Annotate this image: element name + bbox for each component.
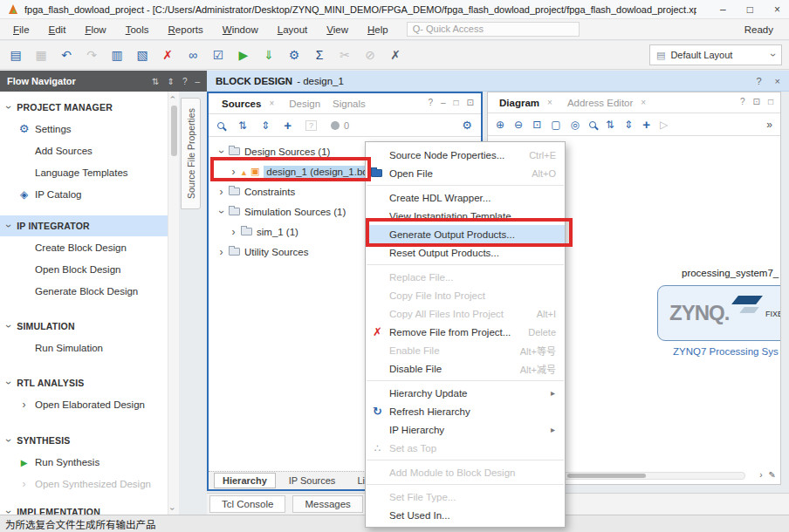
sidebar-item-add-sources[interactable]: Add Sources	[0, 140, 168, 161]
tab-design[interactable]: Design	[285, 99, 325, 109]
zoom-out-icon[interactable]: ⊖	[514, 119, 523, 131]
sidebar-item-open-block-design[interactable]: Open Block Design	[0, 258, 168, 280]
close-button[interactable]: ×	[774, 3, 780, 16]
menu-item-open-file[interactable]: Open File Alt+O	[366, 164, 565, 182]
tab-source-file-properties[interactable]: Source File Properties	[181, 98, 201, 209]
tab-diagram[interactable]: Diagram	[495, 98, 544, 108]
collapse-all-icon[interactable]: ⇅	[152, 77, 159, 86]
validate-icon[interactable]: ☑	[211, 49, 225, 61]
close-tab-icon[interactable]: ×	[547, 98, 552, 107]
menu-file[interactable]: File	[3, 22, 39, 38]
chevron-expanded-icon[interactable]	[216, 206, 227, 218]
flow-navigator-scrollbar[interactable]	[168, 92, 179, 515]
menu-flow[interactable]: Flow	[75, 22, 115, 38]
maximize-panel-icon[interactable]: □	[768, 97, 773, 106]
section-synthesis[interactable]: SYNTHESIS	[0, 430, 168, 451]
run-icon[interactable]: ▶	[237, 49, 250, 61]
chevron-collapsed-icon[interactable]	[228, 166, 239, 178]
chevron-collapsed-icon[interactable]	[216, 246, 227, 258]
save-icon[interactable]: ▦	[34, 49, 48, 61]
zoom-in-icon[interactable]: ⊕	[496, 119, 504, 131]
search-icon[interactable]	[589, 121, 596, 128]
redo-icon[interactable]: ↷	[85, 49, 99, 61]
edit-pen-icon[interactable]: ✎	[769, 470, 776, 480]
tab-sources[interactable]: Sources	[217, 99, 265, 109]
menu-tools[interactable]: Tools	[116, 22, 159, 38]
help-icon[interactable]: ?	[756, 76, 761, 86]
close-tab-icon[interactable]: ×	[641, 98, 646, 107]
collapse-all-icon[interactable]: ⇅	[238, 119, 247, 132]
sum-icon[interactable]: Σ	[312, 49, 326, 61]
tab-messages[interactable]: Messages	[292, 495, 362, 513]
paste-icon[interactable]: ▧	[135, 49, 149, 61]
chevron-expanded-icon[interactable]	[216, 146, 227, 158]
sidebar-item-ip-catalog[interactable]: IP Catalog	[0, 183, 168, 205]
menu-item-reset-output-products[interactable]: Reset Output Products...	[366, 243, 565, 262]
zoom-fit-icon[interactable]: ⊡	[532, 119, 541, 131]
search-icon[interactable]	[217, 122, 224, 129]
minimize-panel-icon[interactable]: –	[195, 77, 200, 86]
overflow-menu-icon[interactable]: »	[766, 119, 772, 131]
sidebar-item-open-synthesized-design[interactable]: Open Synthesized Design	[0, 473, 168, 494]
autofit-selection-icon[interactable]: ◎	[571, 119, 580, 131]
add-ip-icon[interactable]: +	[642, 117, 650, 132]
sidebar-item-create-block-design[interactable]: Create Block Design	[0, 236, 168, 258]
processing-system7-block[interactable]: ZYNQ. FIXE	[657, 285, 780, 341]
menu-item-source-node-properties[interactable]: Source Node Properties... Ctrl+E	[366, 146, 565, 164]
menu-layout[interactable]: Layout	[268, 22, 318, 38]
menu-item-set-used-in[interactable]: Set Used In...	[366, 506, 565, 524]
select-area-icon[interactable]: ▢	[551, 119, 560, 131]
expand-all-icon[interactable]: ⇕	[167, 77, 174, 86]
section-simulation[interactable]: SIMULATION	[0, 316, 168, 337]
gear-icon[interactable]: ⚙	[462, 119, 472, 132]
menu-view[interactable]: View	[317, 22, 358, 38]
cancel-icon[interactable]: ✗	[388, 49, 402, 61]
chevron-collapsed-icon[interactable]	[228, 226, 239, 238]
section-implementation[interactable]: IMPLEMENTATION	[0, 501, 168, 515]
undo-icon[interactable]: ↶	[59, 49, 73, 61]
step-icon[interactable]: ⇓	[262, 49, 276, 61]
section-rtl-analysis[interactable]: RTL ANALYSIS	[0, 372, 168, 393]
float-panel-icon[interactable]: ⊡	[467, 98, 474, 107]
tab-ip-sources[interactable]: IP Sources	[280, 473, 345, 488]
tab-address-editor[interactable]: Address Editor	[563, 98, 637, 108]
menu-item-remove-file-from-project[interactable]: Remove File from Project... Delete	[366, 323, 565, 341]
sidebar-item-run-simulation[interactable]: Run Simulation	[0, 337, 168, 358]
menu-item-disable-file[interactable]: Disable File Alt+减号	[366, 359, 565, 378]
minimize-button[interactable]: –	[720, 3, 726, 16]
sidebar-item-language-templates[interactable]: Language Templates	[0, 161, 168, 183]
add-sources-icon[interactable]: +	[284, 118, 292, 133]
tab-hierarchy[interactable]: Hierarchy	[214, 473, 276, 488]
section-project-manager[interactable]: PROJECT MANAGER	[0, 97, 168, 118]
tab-tcl-console[interactable]: Tcl Console	[209, 495, 285, 513]
menu-window[interactable]: Window	[213, 22, 268, 38]
scroll-right-icon[interactable]: ›	[759, 470, 762, 480]
maximize-button[interactable]: □	[747, 3, 753, 16]
tab-signals[interactable]: Signals	[328, 99, 370, 109]
sidebar-item-run-synthesis[interactable]: Run Synthesis	[0, 451, 168, 473]
menu-edit[interactable]: Edit	[39, 22, 76, 38]
chevron-collapsed-icon[interactable]	[216, 186, 227, 198]
copy-icon[interactable]: ▥	[110, 49, 124, 61]
maximize-panel-icon[interactable]: □	[454, 98, 459, 107]
scroll-down-icon[interactable]	[171, 504, 174, 514]
menu-item-hierarchy-update[interactable]: Hierarchy Update	[366, 384, 565, 402]
menu-item-generate-output-products[interactable]: Generate Output Products...	[366, 225, 565, 243]
find-icon[interactable]: ∞	[186, 49, 200, 61]
sidebar-item-generate-block-design[interactable]: Generate Block Design	[0, 280, 168, 302]
collapse-all-icon[interactable]: ⇅	[606, 119, 614, 131]
close-icon[interactable]: ×	[775, 76, 780, 86]
help-icon[interactable]: ?	[740, 97, 745, 106]
scroll-up-icon[interactable]	[171, 92, 174, 102]
sidebar-item-settings[interactable]: Settings	[0, 118, 168, 140]
scrollbar-thumb[interactable]	[567, 474, 646, 478]
help-icon[interactable]: ?	[182, 77, 188, 86]
float-panel-icon[interactable]: ⊡	[753, 97, 760, 106]
scrollbar-thumb[interactable]	[171, 106, 177, 156]
expand-all-icon[interactable]: ⇕	[624, 119, 633, 131]
menu-reports[interactable]: Reports	[159, 22, 213, 38]
section-ip-integrator[interactable]: IP INTEGRATOR	[0, 215, 168, 236]
close-tab-icon[interactable]: ×	[269, 99, 274, 108]
menu-item-ip-hierarchy[interactable]: IP Hierarchy	[366, 420, 565, 439]
layout-dropdown[interactable]: Default Layout	[649, 44, 782, 65]
